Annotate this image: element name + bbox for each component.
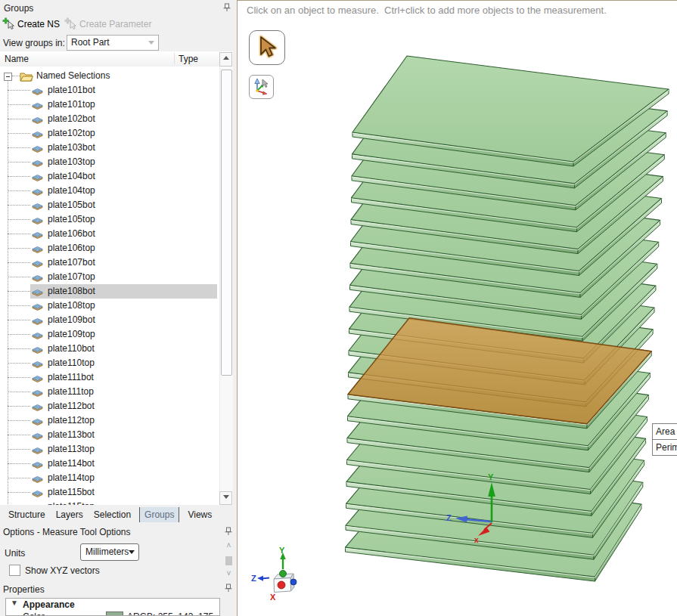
tree-branch-stub xyxy=(8,334,30,335)
tree-item[interactable]: plate105bot xyxy=(0,198,219,212)
tree-item[interactable]: plate110bot xyxy=(0,342,219,356)
tree-item[interactable]: plate114bot xyxy=(0,457,219,471)
tree-branch-stub xyxy=(8,190,30,191)
tree-item[interactable]: plate101bot xyxy=(0,83,219,98)
named-selection-icon xyxy=(32,143,43,155)
cube-y-label: Y xyxy=(279,546,285,555)
tab-views[interactable]: Views xyxy=(185,507,214,522)
tree-item-label: plate106top xyxy=(48,243,95,253)
units-dropdown[interactable]: Millimeters xyxy=(80,543,139,561)
collapse-chevron-icon[interactable]: ▼ xyxy=(11,599,18,607)
cube-front-dot[interactable] xyxy=(278,581,285,589)
color-property-value: ARGB: 255, 143, 175, 143 xyxy=(127,611,219,616)
pin-icon[interactable] xyxy=(224,583,233,593)
green-plate-stack[interactable] xyxy=(346,56,669,581)
appearance-section-label[interactable]: Appearance xyxy=(23,599,75,610)
scrollbar-thumb[interactable] xyxy=(221,70,232,376)
tree-item-label: plate114top xyxy=(48,473,95,483)
named-selection-icon xyxy=(32,330,43,342)
tab-selection[interactable]: Selection xyxy=(92,507,133,522)
tree-item[interactable]: plate112top xyxy=(0,413,219,428)
tree-item-label: plate102bot xyxy=(48,114,95,124)
tree-item[interactable]: plate108bot xyxy=(0,284,219,299)
tree-branch-stub xyxy=(8,162,30,163)
tree-branch-stub xyxy=(8,420,30,421)
tree-item[interactable]: plate109bot xyxy=(0,313,219,327)
create-parameter-button[interactable]: Create Parameter xyxy=(64,17,151,32)
tree-item[interactable]: plate113bot xyxy=(0,428,219,442)
named-selection-icon xyxy=(32,373,43,385)
tree-item[interactable]: plate112bot xyxy=(0,399,219,413)
tab-groups[interactable]: Groups xyxy=(139,507,179,522)
tree-item[interactable]: plate106top xyxy=(0,241,219,255)
tree-item[interactable]: plate113top xyxy=(0,442,219,457)
named-selection-icon xyxy=(32,172,43,184)
tree-item[interactable]: plate101top xyxy=(0,98,219,112)
triangle-up-icon xyxy=(223,56,229,60)
tree-item[interactable]: plate109top xyxy=(0,327,219,342)
tree-item[interactable]: plate107bot xyxy=(0,255,219,270)
tree-item[interactable]: plate111bot xyxy=(0,370,219,385)
tree-item-label: plate109top xyxy=(48,330,95,339)
cube-z-label: Z xyxy=(251,574,256,583)
column-header-name[interactable]: Name xyxy=(5,54,29,64)
tree-scrollbar[interactable] xyxy=(219,67,233,505)
options-mini-scrollbar[interactable]: ˄ ˅ xyxy=(223,540,234,580)
options-panel-title: Options - Measure Tool Options xyxy=(3,527,131,537)
3d-viewport[interactable]: Y Z x Click on an object to measure. Ctr… xyxy=(237,0,677,616)
tree-item[interactable]: plate115top xyxy=(0,500,219,505)
tree-item[interactable]: plate105top xyxy=(0,212,219,227)
tree-item-label: plate108top xyxy=(48,301,95,311)
tree-item[interactable]: plate111top xyxy=(0,385,219,399)
mini-scrollbar-thumb[interactable] xyxy=(225,556,232,565)
color-swatch[interactable] xyxy=(106,611,123,616)
units-label: Units xyxy=(5,548,25,559)
named-selection-icon xyxy=(32,157,43,169)
tree-item[interactable]: plate106bot xyxy=(0,227,219,241)
orientation-cube[interactable]: Y Z X xyxy=(250,542,300,602)
tree-branch-stub xyxy=(8,219,30,220)
tree-item[interactable]: plate107top xyxy=(0,270,219,284)
named-selection-icon xyxy=(32,258,43,270)
tree-item[interactable]: plate102top xyxy=(0,126,219,141)
create-ns-button[interactable]: Create NS xyxy=(2,17,60,32)
tree-item-label: plate102top xyxy=(48,128,95,138)
column-header-type[interactable]: Type xyxy=(179,54,198,64)
tree-item-label: plate104bot xyxy=(48,172,95,181)
scrollbar-up-button[interactable] xyxy=(219,52,232,67)
tree-item[interactable]: plate108top xyxy=(0,299,219,313)
cube-side-dot[interactable] xyxy=(290,579,297,585)
tree-collapse-box-icon[interactable] xyxy=(4,73,12,81)
scrollbar-down-button[interactable] xyxy=(219,491,232,505)
tree-item[interactable]: plate110top xyxy=(0,356,219,370)
pin-icon[interactable] xyxy=(224,527,233,536)
tab-layers[interactable]: Layers xyxy=(54,507,85,522)
axis-triad-cursor-icon xyxy=(252,76,272,98)
plate-stack-scene[interactable]: Y Z x xyxy=(238,1,677,616)
pin-icon[interactable] xyxy=(222,3,231,12)
tree-branch-stub xyxy=(8,234,30,234)
tree-item[interactable]: plate104bot xyxy=(0,169,219,184)
groups-panel-title: Groups xyxy=(4,3,33,14)
tree-item[interactable]: plate103bot xyxy=(0,141,219,155)
named-selection-icon xyxy=(32,229,43,241)
tree-item[interactable]: plate102bot xyxy=(0,112,219,126)
tree-item[interactable]: plate103top xyxy=(0,155,219,169)
tree-item-label: plate107bot xyxy=(48,258,95,268)
cube-top-dot[interactable] xyxy=(280,571,287,577)
tree-item[interactable]: plate115bot xyxy=(0,485,219,500)
view-groups-dropdown[interactable]: Root Part xyxy=(67,35,159,51)
show-xyz-checkbox[interactable] xyxy=(9,565,20,576)
tab-structure[interactable]: Structure xyxy=(6,507,48,522)
tree-branch-stub xyxy=(8,90,30,91)
select-tool-button[interactable] xyxy=(249,30,285,65)
tree-item[interactable]: plate104top xyxy=(0,184,219,198)
tree-branch-stub xyxy=(8,291,30,292)
tree-item-named-selections[interactable]: Named Selections xyxy=(0,69,219,83)
tree-branch-stub xyxy=(8,305,30,306)
tree-branch-stub xyxy=(8,435,30,435)
measure-triad-tool-button[interactable] xyxy=(249,75,274,99)
chevron-down-icon[interactable]: ˅ xyxy=(225,571,233,577)
chevron-up-icon[interactable]: ˄ xyxy=(225,543,233,549)
tree-item[interactable]: plate114top xyxy=(0,471,219,485)
